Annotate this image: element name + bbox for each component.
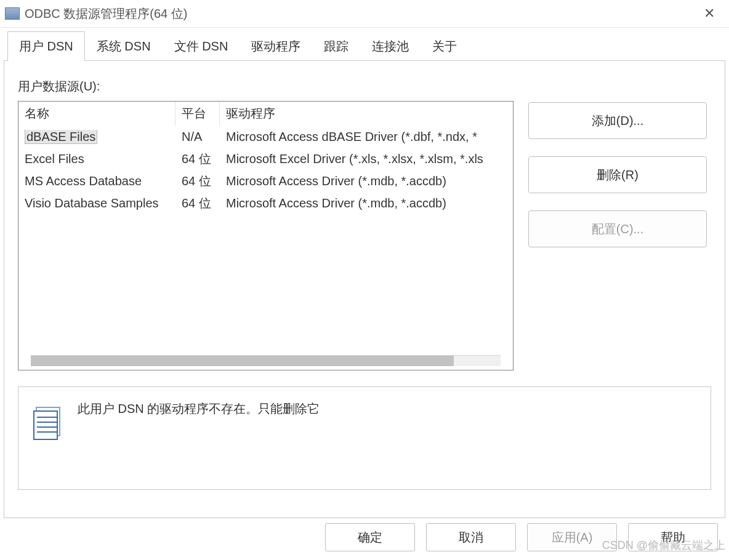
configure-button[interactable]: 配置(C)...	[528, 210, 707, 247]
data-source-list[interactable]: 名称 平台 驱动程序 dBASE Files N/A Microsoft Acc…	[18, 101, 514, 370]
tab-strip: 用户 DSN 系统 DSN 文件 DSN 驱动程序 跟踪 连接池 关于	[4, 31, 725, 61]
table-row[interactable]: MS Access Database 64 位 Microsoft Access…	[18, 170, 513, 192]
table-row[interactable]: dBASE Files N/A Microsoft Access dBASE D…	[18, 126, 513, 148]
window-title: ODBC 数据源管理程序(64 位)	[25, 6, 695, 22]
cell-platform: 64 位	[175, 195, 220, 212]
tab-user-dsn[interactable]: 用户 DSN	[7, 31, 85, 61]
col-header-driver[interactable]: 驱动程序	[220, 102, 513, 126]
cell-driver: Microsoft Access dBASE Driver (*.dbf, *.…	[220, 130, 513, 144]
table-body: dBASE Files N/A Microsoft Access dBASE D…	[18, 126, 513, 355]
cell-name: Visio Database Samples	[18, 196, 175, 210]
horizontal-scrollbar[interactable]	[31, 355, 501, 366]
table-header: 名称 平台 驱动程序	[18, 102, 513, 126]
apply-button[interactable]: 应用(A)	[527, 523, 617, 551]
tab-label: 文件 DSN	[174, 39, 228, 53]
cell-driver: Microsoft Access Driver (*.mdb, *.accdb)	[220, 196, 513, 210]
cell-name: dBASE Files	[18, 130, 175, 144]
help-button[interactable]: 帮助	[628, 523, 718, 551]
tab-label: 驱动程序	[251, 39, 300, 53]
col-header-name[interactable]: 名称	[18, 102, 175, 126]
tab-label: 连接池	[372, 39, 409, 53]
tab-trace[interactable]: 跟踪	[312, 31, 360, 61]
tab-system-dsn[interactable]: 系统 DSN	[85, 31, 163, 61]
tab-file-dsn[interactable]: 文件 DSN	[163, 31, 240, 61]
cell-driver: Microsoft Access Driver (*.mdb, *.accdb)	[220, 174, 513, 188]
col-header-platform[interactable]: 平台	[175, 102, 220, 126]
info-box: 此用户 DSN 的驱动程序不存在。只能删除它	[18, 386, 711, 490]
cancel-button[interactable]: 取消	[426, 523, 516, 551]
ok-button[interactable]: 确定	[325, 523, 415, 551]
tab-label: 关于	[432, 39, 457, 53]
close-icon[interactable]: ✕	[695, 0, 724, 27]
data-source-table: 名称 平台 驱动程序 dBASE Files N/A Microsoft Acc…	[18, 102, 513, 355]
tab-pool[interactable]: 连接池	[360, 31, 421, 61]
scrollbar-thumb[interactable]	[31, 356, 454, 366]
tab-about[interactable]: 关于	[421, 31, 469, 61]
title-bar: ODBC 数据源管理程序(64 位) ✕	[0, 0, 729, 27]
table-row[interactable]: Visio Database Samples 64 位 Microsoft Ac…	[18, 192, 513, 214]
side-actions: 添加(D)... 删除(R) 配置(C)...	[528, 101, 707, 247]
cell-name: MS Access Database	[18, 174, 175, 188]
cell-platform: 64 位	[175, 151, 220, 167]
tab-label: 跟踪	[324, 39, 348, 53]
data-source-label: 用户数据源(U):	[18, 78, 711, 95]
cell-platform: N/A	[175, 130, 220, 144]
tab-label: 系统 DSN	[97, 39, 151, 53]
tab-panel: 用户数据源(U): 名称 平台 驱动程序 dBASE Files N	[4, 61, 725, 518]
odbc-admin-window: ODBC 数据源管理程序(64 位) ✕ 用户 DSN 系统 DSN 文件 DS…	[0, 0, 729, 560]
middle-area: 名称 平台 驱动程序 dBASE Files N/A Microsoft Acc…	[18, 101, 711, 370]
add-button[interactable]: 添加(D)...	[528, 102, 707, 139]
tab-label: 用户 DSN	[19, 39, 73, 53]
dialog-body: 用户 DSN 系统 DSN 文件 DSN 驱动程序 跟踪 连接池 关于 用户数据…	[0, 28, 729, 518]
table-row[interactable]: Excel Files 64 位 Microsoft Excel Driver …	[18, 148, 513, 170]
tab-drivers[interactable]: 驱动程序	[240, 31, 312, 61]
info-text: 此用户 DSN 的驱动程序不存在。只能删除它	[78, 401, 320, 417]
dialog-footer: 确定 取消 应用(A) 帮助	[0, 518, 729, 560]
app-icon	[5, 7, 20, 20]
data-source-icon	[33, 407, 60, 439]
cell-name: Excel Files	[18, 152, 175, 166]
cell-driver: Microsoft Excel Driver (*.xls, *.xlsx, *…	[220, 152, 513, 166]
cell-platform: 64 位	[175, 173, 220, 190]
remove-button[interactable]: 删除(R)	[528, 156, 707, 193]
